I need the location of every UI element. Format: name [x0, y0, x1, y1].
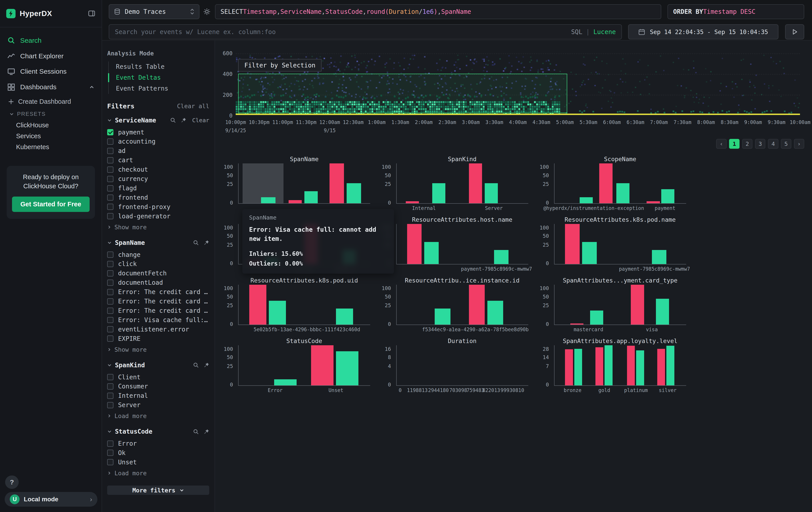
filter-option-eventlistener-error[interactable]: eventListener.error: [107, 325, 209, 334]
inlier-bar[interactable]: [269, 301, 286, 325]
search-icon[interactable]: [193, 240, 199, 246]
chart-plot[interactable]: [238, 345, 370, 386]
inlier-bar[interactable]: [304, 191, 318, 203]
filter-group-header[interactable]: SpanKind: [107, 361, 209, 369]
heatmap-selection-region[interactable]: [238, 74, 567, 113]
outlier-bar[interactable]: [570, 323, 583, 325]
pin-icon[interactable]: [204, 362, 209, 368]
inlier-bar[interactable]: [656, 299, 669, 325]
chart-plot[interactable]: [396, 163, 528, 204]
collapse-sidebar-icon[interactable]: [88, 10, 95, 17]
checkbox[interactable]: [107, 138, 113, 145]
chart-plot[interactable]: [238, 285, 370, 325]
search-icon[interactable]: [193, 362, 199, 368]
outlier-bar[interactable]: [596, 347, 604, 385]
outlier-bar[interactable]: [657, 349, 665, 385]
outlier-bar[interactable]: [565, 224, 579, 264]
outlier-bar[interactable]: [565, 349, 573, 385]
sidebar-item-dashboards[interactable]: Dashboards: [0, 79, 102, 95]
inlier-bar[interactable]: [616, 183, 630, 203]
show-more-button[interactable]: Load more: [107, 411, 209, 421]
page-next-button[interactable]: ›: [794, 139, 805, 149]
pin-icon[interactable]: [204, 240, 209, 246]
checkbox[interactable]: [107, 298, 113, 304]
get-started-button[interactable]: Get Started for Free: [12, 196, 90, 212]
checkbox[interactable]: [107, 289, 113, 295]
more-filters-button[interactable]: More filters: [107, 486, 209, 495]
inlier-bar[interactable]: [435, 308, 451, 325]
analysis-mode-event-deltas[interactable]: Event Deltas: [109, 72, 209, 83]
chart-plot[interactable]: [554, 345, 686, 386]
outlier-bar[interactable]: [469, 163, 482, 204]
inlier-bar[interactable]: [336, 308, 353, 325]
local-mode-menu[interactable]: U Local mode ›: [5, 492, 97, 507]
filter-option-documentload[interactable]: documentLoad: [107, 278, 209, 287]
checkbox[interactable]: [107, 204, 113, 210]
checkbox[interactable]: [107, 251, 113, 258]
checkbox[interactable]: [107, 402, 113, 408]
page-button-3[interactable]: 3: [755, 139, 765, 149]
search-icon[interactable]: [170, 117, 176, 123]
page-button-1[interactable]: 1: [729, 139, 740, 149]
checkbox[interactable]: [107, 308, 113, 314]
page-prev-button[interactable]: ‹: [716, 139, 727, 149]
show-more-button[interactable]: Show more: [107, 344, 209, 355]
filter-group-header[interactable]: ServiceName Clear: [107, 117, 209, 124]
checkbox[interactable]: [107, 279, 113, 286]
inlier-bar[interactable]: [336, 351, 358, 385]
filter-option-documentfetch[interactable]: documentFetch: [107, 269, 209, 278]
presets-header[interactable]: PRESETS: [0, 108, 102, 120]
source-select[interactable]: Demo Traces: [109, 4, 199, 19]
filter-option-error-the-credit-ca[interactable]: Error: The credit card (…: [107, 297, 209, 306]
checkbox[interactable]: [107, 326, 113, 332]
filter-option-change[interactable]: change: [107, 250, 209, 259]
chart-plot[interactable]: [396, 285, 528, 325]
inlier-bar[interactable]: [485, 183, 498, 203]
inlier-bar[interactable]: [347, 183, 361, 203]
checkbox[interactable]: [107, 213, 113, 219]
outlier-bar[interactable]: [311, 345, 334, 385]
filter-option-payment[interactable]: payment: [107, 128, 209, 137]
filter-option-error-the-credit-ca[interactable]: Error: The credit card (…: [107, 287, 209, 297]
filter-option-client[interactable]: Client: [107, 372, 209, 382]
chart-plot[interactable]: [396, 345, 528, 386]
search-icon[interactable]: [193, 429, 199, 435]
checkbox[interactable]: [107, 450, 113, 456]
checkbox[interactable]: [107, 270, 113, 276]
sql-toggle[interactable]: SQL: [571, 28, 582, 36]
inlier-bar[interactable]: [605, 345, 613, 385]
checkbox[interactable]: [107, 383, 113, 389]
chart-plot[interactable]: [238, 163, 370, 204]
checkbox[interactable]: [107, 176, 113, 182]
filter-option-flagd[interactable]: flagd: [107, 184, 209, 193]
filter-option-expire[interactable]: EXPIRE: [107, 334, 209, 343]
chart-plot[interactable]: [554, 163, 686, 204]
filter-option-error-the-credit-ca[interactable]: Error: The credit card (…: [107, 306, 209, 316]
page-button-2[interactable]: 2: [742, 139, 753, 149]
inlier-bar[interactable]: [274, 379, 297, 385]
filter-by-selection-button[interactable]: Filter by Selection: [238, 59, 321, 72]
checkbox[interactable]: [107, 374, 113, 380]
filter-group-header[interactable]: SpanName: [107, 239, 209, 246]
outlier-bar[interactable]: [329, 163, 344, 204]
clear-all-filters-button[interactable]: Clear all: [177, 103, 209, 110]
filter-option-frontend-proxy[interactable]: frontend-proxy: [107, 202, 209, 212]
checkbox[interactable]: [107, 317, 113, 323]
inlier-bar[interactable]: [590, 311, 603, 325]
analysis-mode-results-table[interactable]: Results Table: [109, 61, 209, 72]
inlier-bar[interactable]: [666, 346, 674, 385]
filter-group-header[interactable]: StatusCode: [107, 428, 209, 435]
filter-option-ok[interactable]: Ok: [107, 448, 209, 458]
filter-option-internal[interactable]: Internal: [107, 391, 209, 401]
lucene-toggle[interactable]: Lucene: [593, 28, 616, 36]
filter-option-unset[interactable]: Unset: [107, 457, 209, 467]
filter-option-server[interactable]: Server: [107, 401, 209, 410]
outlier-bar[interactable]: [407, 224, 422, 264]
page-button-5[interactable]: 5: [781, 139, 791, 149]
outlier-bar[interactable]: [249, 285, 266, 325]
filter-option-load-generator[interactable]: load-generator: [107, 212, 209, 221]
checkbox[interactable]: [107, 194, 113, 201]
checkbox-checked[interactable]: [107, 129, 113, 135]
outlier-bar[interactable]: [406, 201, 419, 203]
checkbox[interactable]: [107, 148, 113, 154]
